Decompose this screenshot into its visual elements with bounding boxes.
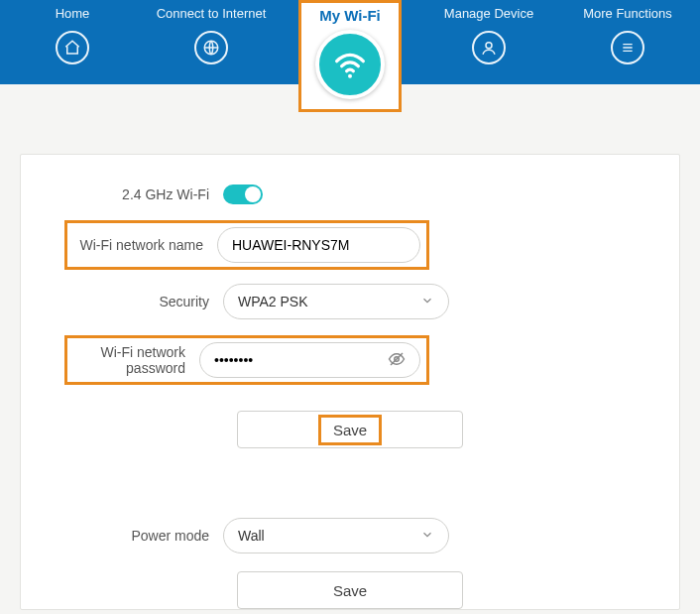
powermode-value: Wall [238,528,265,544]
nav-more-label: More Functions [583,6,672,21]
settings-panel: 2.4 GHz Wi-Fi Wi-Fi network name Securit… [20,154,680,610]
security-value: WPA2 PSK [238,294,308,309]
nav-home[interactable]: Home [18,4,127,64]
save-power-button[interactable]: Save [237,571,463,609]
save-power-label: Save [333,582,367,599]
nav-connect[interactable]: Connect to Internet [157,4,266,64]
nav-more[interactable]: More Functions [573,4,682,64]
wifi-icon [315,30,385,99]
powermode-select[interactable]: Wall [223,518,449,553]
menu-icon [611,31,644,64]
svg-point-2 [348,74,352,78]
security-select[interactable]: WPA2 PSK [223,284,449,319]
row-ssid: Wi-Fi network name [64,220,429,270]
svg-point-1 [486,43,492,49]
password-input-wrap [199,342,420,378]
chevron-down-icon [420,528,434,545]
globe-icon [194,31,228,64]
ssid-label: Wi-Fi network name [67,237,217,253]
row-security: Security WPA2 PSK [21,284,679,319]
powermode-label: Power mode [21,528,223,544]
chevron-down-icon [420,294,434,310]
save-wifi-label: Save [318,415,382,445]
password-input[interactable] [214,352,388,368]
nav-connect-label: Connect to Internet [157,6,267,21]
row-password: Wi-Fi network password [64,335,429,385]
ssid-input[interactable] [232,237,406,253]
user-icon [472,31,506,64]
nav-manage-label: Manage Device [444,6,533,21]
eye-off-icon[interactable] [388,350,406,371]
security-label: Security [21,294,223,309]
enable-24ghz-label: 2.4 GHz Wi-Fi [21,186,223,202]
top-nav: Home Connect to Internet Manage Device M… [0,0,700,84]
password-label: Wi-Fi network password [67,344,199,376]
nav-home-label: Home [56,6,90,21]
nav-mywifi-label: My Wi-Fi [319,7,381,24]
nav-mywifi[interactable]: My Wi-Fi [298,0,402,112]
save-wifi-button[interactable]: Save [237,411,463,448]
home-icon [56,31,89,64]
row-enable-24ghz: 2.4 GHz Wi-Fi [21,184,679,204]
row-powermode: Power mode Wall [21,518,679,553]
nav-manage[interactable]: Manage Device [434,4,543,64]
enable-24ghz-toggle[interactable] [223,184,263,204]
ssid-input-wrap [217,227,420,263]
